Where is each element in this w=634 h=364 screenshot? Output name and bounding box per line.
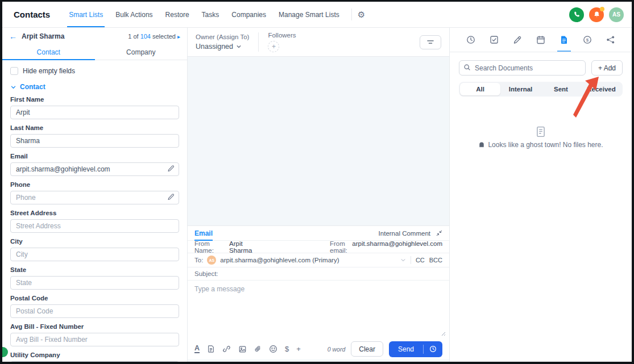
header-nav-tab[interactable]: Smart Lists bbox=[63, 2, 109, 27]
contact-field: Postal Code bbox=[10, 295, 179, 318]
next-contact-icon[interactable]: ▸ bbox=[177, 34, 180, 40]
field-input[interactable] bbox=[10, 106, 179, 119]
header-nav-tab[interactable]: Restore bbox=[159, 2, 196, 27]
owner-select[interactable]: Unassigned bbox=[196, 43, 249, 51]
tab-calendar-icon[interactable] bbox=[534, 28, 548, 52]
contact-panel-tab[interactable]: Company bbox=[95, 45, 188, 60]
tab-tasks-icon[interactable] bbox=[487, 28, 501, 52]
doc-filter-tab[interactable]: All bbox=[460, 83, 500, 95]
field-input[interactable] bbox=[10, 134, 179, 148]
field-input[interactable] bbox=[10, 304, 179, 318]
contact-fields-scroll: Hide empty fields Contact First Name Las… bbox=[2, 60, 187, 362]
owner-block: Owner (Assign To) Unassigned bbox=[196, 34, 258, 51]
header-nav-tab[interactable]: Companies bbox=[225, 2, 272, 27]
hide-empty-checkbox[interactable] bbox=[10, 67, 18, 75]
field-label: Phone bbox=[10, 181, 179, 188]
field-input[interactable] bbox=[10, 219, 179, 233]
send-button[interactable]: Send bbox=[389, 341, 442, 357]
send-label[interactable]: Send bbox=[389, 345, 423, 353]
filter-button[interactable] bbox=[420, 35, 441, 49]
edit-pencil-icon[interactable] bbox=[167, 193, 175, 200]
header-nav-tab[interactable]: Bulk Actions bbox=[109, 2, 159, 27]
cc-button[interactable]: CC bbox=[416, 257, 425, 263]
header-divider bbox=[258, 32, 259, 52]
field-input[interactable] bbox=[10, 276, 179, 290]
field-input[interactable] bbox=[10, 162, 179, 176]
collapse-icon[interactable] bbox=[436, 230, 442, 236]
to-value[interactable]: arpit.sharma@gohighlevel.com (Primary) bbox=[220, 257, 339, 263]
tab-email[interactable]: Email bbox=[194, 226, 213, 240]
doc-filter-tab[interactable]: Sent bbox=[541, 83, 581, 95]
clear-button[interactable]: Clear bbox=[351, 341, 383, 357]
filter-icon bbox=[426, 39, 434, 45]
internal-comment-toggle[interactable]: Internal Comment bbox=[379, 230, 430, 237]
conversation-area bbox=[188, 57, 449, 225]
composer-to-row: To: AS arpit.sharma@gohighlevel.com (Pri… bbox=[188, 253, 449, 267]
tab-documents-icon[interactable] bbox=[557, 28, 571, 52]
plus-icon[interactable]: + bbox=[296, 345, 301, 353]
emoji-icon[interactable] bbox=[269, 345, 277, 353]
contact-field: Avg Bill - Fixed Number bbox=[10, 323, 179, 346]
template-icon[interactable] bbox=[207, 345, 215, 353]
chevron-down-icon bbox=[236, 44, 242, 49]
tab-notes-icon[interactable] bbox=[511, 28, 524, 52]
field-label: State bbox=[10, 266, 179, 273]
composer-subject-row[interactable]: Subject: bbox=[188, 267, 449, 281]
field-input[interactable] bbox=[10, 361, 179, 362]
tab-associations-icon[interactable] bbox=[604, 28, 618, 52]
add-document-button[interactable]: + Add bbox=[591, 60, 623, 76]
owner-label: Owner (Assign To) bbox=[196, 34, 249, 40]
field-input[interactable] bbox=[10, 248, 179, 261]
doc-filter-tab[interactable]: Received bbox=[581, 83, 621, 95]
contact-field: Street Address bbox=[10, 210, 179, 233]
hide-empty-fields-toggle[interactable]: Hide empty fields bbox=[10, 67, 179, 75]
notifications-button[interactable] bbox=[589, 7, 604, 22]
empty-state: Looks like a ghost town! No files here. bbox=[459, 126, 623, 149]
contact-field: Phone bbox=[10, 181, 179, 204]
link-icon[interactable] bbox=[222, 345, 231, 353]
from-email-label: From email: bbox=[330, 240, 349, 254]
tab-payments-icon[interactable]: $ bbox=[581, 28, 594, 52]
search-documents-input[interactable] bbox=[459, 60, 586, 76]
app-frame: Contacts Smart ListsBulk ActionsRestoreT… bbox=[2, 2, 632, 362]
image-icon[interactable] bbox=[238, 345, 247, 353]
field-label: City bbox=[10, 238, 179, 245]
chevron-down-icon[interactable] bbox=[400, 257, 406, 263]
document-filter-tabs: AllInternalSentReceived bbox=[459, 82, 623, 97]
recipient-avatar: AS bbox=[207, 256, 216, 265]
field-input[interactable] bbox=[10, 333, 179, 346]
font-format-icon[interactable]: A bbox=[194, 345, 200, 353]
edit-pencil-icon[interactable] bbox=[167, 165, 175, 172]
phone-button[interactable] bbox=[569, 7, 584, 22]
attachment-icon[interactable] bbox=[254, 345, 262, 353]
tab-clock-icon[interactable] bbox=[464, 28, 478, 52]
pager-current: 1 bbox=[128, 33, 131, 40]
doc-filter-tab[interactable]: Internal bbox=[500, 83, 541, 95]
contact-fields: First Name Last Name Email Phone Street … bbox=[10, 96, 179, 362]
add-follower-button[interactable]: + bbox=[268, 41, 279, 52]
contact-panel-tab[interactable]: Contact bbox=[2, 45, 95, 60]
header-nav-tab[interactable]: Tasks bbox=[196, 2, 226, 27]
composer-from-row: From Name: Arpit Sharma From email: arpi… bbox=[188, 241, 449, 253]
message-input[interactable]: Type a message bbox=[188, 281, 449, 338]
notification-dot bbox=[600, 7, 604, 11]
bcc-button[interactable]: BCC bbox=[429, 257, 442, 263]
header-nav-tab[interactable]: Manage Smart Lists bbox=[272, 2, 346, 27]
owner-value: Unassigned bbox=[196, 43, 233, 51]
payment-request-icon[interactable]: $ bbox=[285, 345, 289, 353]
contact-company-tabs: ContactCompany bbox=[2, 45, 187, 60]
resize-handle-icon[interactable] bbox=[441, 332, 446, 336]
settings-gear-icon[interactable]: ⚙ bbox=[358, 10, 365, 20]
contact-field: State bbox=[10, 266, 179, 290]
field-label: Street Address bbox=[10, 210, 179, 216]
side-icon-tabs: $ bbox=[450, 28, 632, 52]
composer-tabs-row: Email Internal Comment bbox=[188, 226, 449, 241]
header-nav: Smart ListsBulk ActionsRestoreTasksCompa… bbox=[63, 2, 346, 27]
user-avatar[interactable]: AS bbox=[609, 7, 624, 22]
pager-of: of bbox=[133, 33, 138, 40]
pager-suffix: selected bbox=[152, 33, 176, 40]
field-input[interactable] bbox=[10, 191, 179, 204]
schedule-send-icon[interactable] bbox=[424, 345, 442, 353]
back-arrow-icon[interactable]: ← bbox=[9, 32, 17, 41]
contact-section-toggle[interactable]: Contact bbox=[10, 83, 179, 91]
